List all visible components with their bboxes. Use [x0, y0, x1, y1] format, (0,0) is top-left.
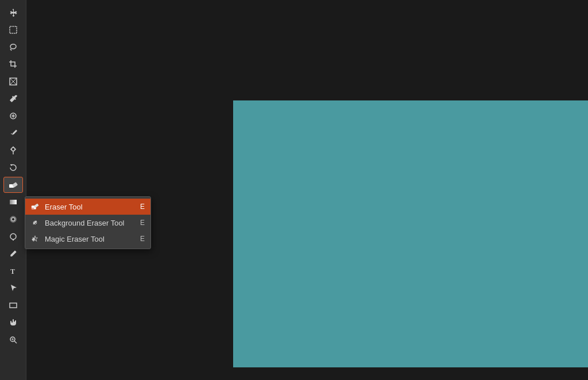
menu-item-eraser-tool[interactable]: Eraser Tool E [25, 199, 150, 215]
tool-eraser[interactable] [3, 177, 23, 193]
menu-item-magic-eraser-tool-label: Magic Eraser Tool [45, 235, 105, 243]
menu-item-magic-eraser-tool-shortcut: E [129, 235, 145, 243]
canvas-document [233, 100, 588, 367]
menu-item-background-eraser-tool[interactable]: Background Eraser Tool E [25, 215, 150, 231]
tool-spot-healing[interactable] [3, 108, 23, 124]
menu-item-background-eraser-tool-shortcut: E [129, 219, 145, 227]
tool-lasso[interactable] [3, 39, 23, 55]
tool-eyedropper[interactable] [3, 91, 23, 107]
tool-move[interactable] [3, 5, 23, 21]
tool-clone-stamp[interactable] [3, 142, 23, 158]
svg-rect-31 [32, 238, 35, 241]
menu-item-background-eraser-tool-label: Background Eraser Tool [45, 219, 125, 227]
svg-point-9 [11, 148, 15, 151]
tool-gradient[interactable] [3, 194, 23, 210]
tool-path-selection[interactable] [3, 280, 23, 296]
svg-rect-16 [10, 200, 17, 204]
context-menu: Eraser Tool E Background Eraser Tool E M… [25, 196, 151, 249]
background-eraser-tool-icon [30, 218, 40, 228]
tool-frame[interactable] [3, 73, 23, 90]
canvas-area [26, 0, 588, 380]
tool-history-brush[interactable] [3, 160, 23, 176]
tool-text[interactable]: T [3, 263, 23, 279]
menu-item-eraser-tool-shortcut: E [129, 203, 145, 211]
svg-rect-21 [10, 303, 17, 308]
magic-eraser-tool-icon [30, 234, 40, 244]
svg-point-1 [10, 44, 16, 49]
eraser-tool-icon [30, 201, 40, 212]
tool-zoom[interactable] [3, 332, 23, 348]
tool-crop[interactable] [3, 56, 23, 72]
tool-blur[interactable] [3, 211, 23, 227]
svg-rect-28 [32, 208, 34, 210]
tool-pen[interactable] [3, 246, 23, 262]
svg-rect-0 [10, 26, 17, 33]
tool-hand[interactable] [3, 315, 23, 331]
svg-line-2 [10, 49, 11, 51]
tool-rectangle-shape[interactable] [3, 297, 23, 313]
tool-dodge[interactable] [3, 228, 23, 245]
menu-item-eraser-tool-label: Eraser Tool [45, 203, 83, 211]
toolbar: T [0, 0, 26, 380]
svg-point-18 [11, 218, 15, 221]
tool-brush[interactable] [3, 125, 23, 141]
tool-marquee[interactable] [3, 22, 23, 38]
svg-text:T: T [10, 267, 15, 276]
svg-line-23 [14, 341, 17, 343]
menu-item-magic-eraser-tool[interactable]: Magic Eraser Tool E [25, 231, 150, 247]
